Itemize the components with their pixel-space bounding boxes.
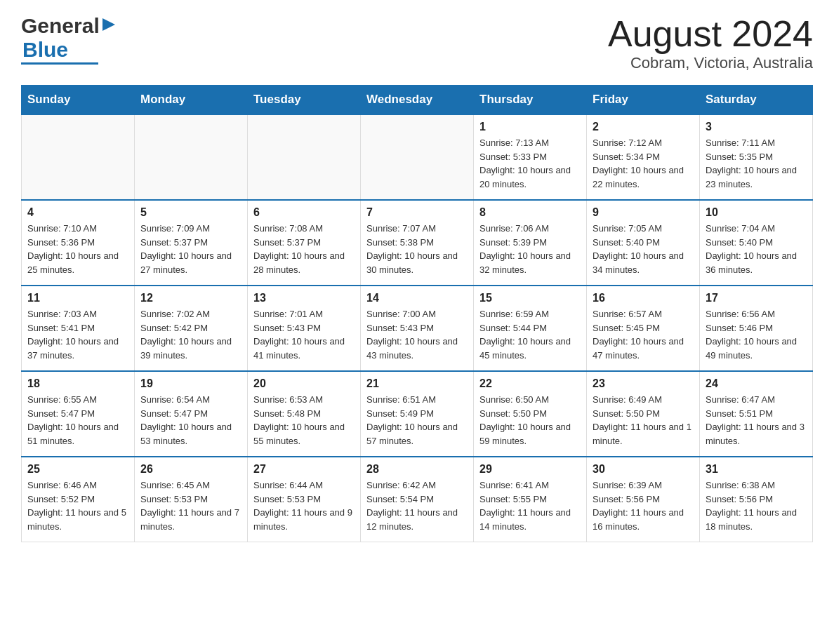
calendar-cell: 30Sunrise: 6:39 AM Sunset: 5:56 PM Dayli… <box>587 457 700 542</box>
day-info: Sunrise: 7:07 AM Sunset: 5:38 PM Dayligh… <box>366 222 468 276</box>
column-header-thursday: Thursday <box>474 86 587 115</box>
day-number: 8 <box>479 206 581 219</box>
day-info: Sunrise: 6:51 AM Sunset: 5:49 PM Dayligh… <box>366 393 468 448</box>
day-info: Sunrise: 6:53 AM Sunset: 5:48 PM Dayligh… <box>253 393 355 448</box>
day-number: 6 <box>253 206 355 219</box>
calendar-cell: 3Sunrise: 7:11 AM Sunset: 5:35 PM Daylig… <box>700 114 813 200</box>
calendar-body: 1Sunrise: 7:13 AM Sunset: 5:33 PM Daylig… <box>22 114 813 542</box>
day-number: 5 <box>140 206 241 219</box>
day-info: Sunrise: 7:03 AM Sunset: 5:41 PM Dayligh… <box>27 307 128 362</box>
calendar-cell: 21Sunrise: 6:51 AM Sunset: 5:49 PM Dayli… <box>361 371 474 457</box>
day-number: 4 <box>27 206 128 219</box>
calendar-cell: 12Sunrise: 7:02 AM Sunset: 5:42 PM Dayli… <box>135 286 248 371</box>
calendar-cell: 26Sunrise: 6:45 AM Sunset: 5:53 PM Dayli… <box>135 457 248 542</box>
day-number: 12 <box>140 292 241 304</box>
column-header-wednesday: Wednesday <box>361 86 474 115</box>
day-number: 15 <box>479 292 581 304</box>
calendar-cell <box>248 114 361 200</box>
logo-general-text: General <box>21 14 100 38</box>
day-info: Sunrise: 6:45 AM Sunset: 5:53 PM Dayligh… <box>140 478 241 533</box>
calendar-cell: 15Sunrise: 6:59 AM Sunset: 5:44 PM Dayli… <box>474 286 587 371</box>
column-header-friday: Friday <box>587 86 700 115</box>
day-number: 2 <box>593 121 694 133</box>
day-number: 20 <box>253 377 355 390</box>
calendar-cell: 9Sunrise: 7:05 AM Sunset: 5:40 PM Daylig… <box>587 200 700 286</box>
calendar-cell: 25Sunrise: 6:46 AM Sunset: 5:52 PM Dayli… <box>22 457 135 542</box>
calendar-cell <box>361 114 474 200</box>
calendar-cell: 8Sunrise: 7:06 AM Sunset: 5:39 PM Daylig… <box>474 200 587 286</box>
calendar-cell <box>135 114 248 200</box>
calendar-cell: 6Sunrise: 7:08 AM Sunset: 5:37 PM Daylig… <box>248 200 361 286</box>
day-number: 18 <box>27 377 128 390</box>
day-number: 23 <box>593 377 694 390</box>
day-info: Sunrise: 6:55 AM Sunset: 5:47 PM Dayligh… <box>27 393 128 448</box>
day-number: 28 <box>366 463 468 476</box>
day-number: 24 <box>706 377 807 390</box>
calendar-cell: 7Sunrise: 7:07 AM Sunset: 5:38 PM Daylig… <box>361 200 474 286</box>
day-number: 17 <box>706 292 807 304</box>
calendar-cell: 23Sunrise: 6:49 AM Sunset: 5:50 PM Dayli… <box>587 371 700 457</box>
day-number: 1 <box>479 121 581 133</box>
day-info: Sunrise: 7:01 AM Sunset: 5:43 PM Dayligh… <box>253 307 355 362</box>
day-number: 11 <box>27 292 128 304</box>
day-number: 27 <box>253 463 355 476</box>
column-header-monday: Monday <box>135 86 248 115</box>
day-number: 3 <box>706 121 807 133</box>
calendar-week-3: 11Sunrise: 7:03 AM Sunset: 5:41 PM Dayli… <box>22 286 813 371</box>
day-number: 30 <box>593 463 694 476</box>
calendar-cell: 5Sunrise: 7:09 AM Sunset: 5:37 PM Daylig… <box>135 200 248 286</box>
calendar-cell: 2Sunrise: 7:12 AM Sunset: 5:34 PM Daylig… <box>587 114 700 200</box>
calendar-week-1: 1Sunrise: 7:13 AM Sunset: 5:33 PM Daylig… <box>22 114 813 200</box>
column-header-sunday: Sunday <box>22 86 135 115</box>
day-number: 29 <box>479 463 581 476</box>
calendar-cell: 22Sunrise: 6:50 AM Sunset: 5:50 PM Dayli… <box>474 371 587 457</box>
calendar-cell: 20Sunrise: 6:53 AM Sunset: 5:48 PM Dayli… <box>248 371 361 457</box>
day-number: 7 <box>366 206 468 219</box>
calendar-week-5: 25Sunrise: 6:46 AM Sunset: 5:52 PM Dayli… <box>22 457 813 542</box>
day-info: Sunrise: 6:38 AM Sunset: 5:56 PM Dayligh… <box>706 478 807 533</box>
day-info: Sunrise: 7:12 AM Sunset: 5:34 PM Dayligh… <box>593 136 694 191</box>
day-info: Sunrise: 7:04 AM Sunset: 5:40 PM Dayligh… <box>706 222 807 276</box>
calendar-cell: 19Sunrise: 6:54 AM Sunset: 5:47 PM Dayli… <box>135 371 248 457</box>
calendar-cell <box>22 114 135 200</box>
day-info: Sunrise: 7:05 AM Sunset: 5:40 PM Dayligh… <box>593 222 694 276</box>
day-info: Sunrise: 7:00 AM Sunset: 5:43 PM Dayligh… <box>366 307 468 362</box>
day-info: Sunrise: 6:54 AM Sunset: 5:47 PM Dayligh… <box>140 393 241 448</box>
day-number: 14 <box>366 292 468 304</box>
column-header-saturday: Saturday <box>700 86 813 115</box>
day-info: Sunrise: 6:42 AM Sunset: 5:54 PM Dayligh… <box>366 478 468 533</box>
page-title: August 2024 <box>608 14 813 54</box>
day-info: Sunrise: 6:56 AM Sunset: 5:46 PM Dayligh… <box>706 307 807 362</box>
calendar-cell: 13Sunrise: 7:01 AM Sunset: 5:43 PM Dayli… <box>248 286 361 371</box>
day-number: 31 <box>706 463 807 476</box>
day-info: Sunrise: 7:06 AM Sunset: 5:39 PM Dayligh… <box>479 222 581 276</box>
logo-underline <box>21 62 98 65</box>
day-number: 25 <box>27 463 128 476</box>
calendar-header: SundayMondayTuesdayWednesdayThursdayFrid… <box>22 86 813 115</box>
calendar-cell: 16Sunrise: 6:57 AM Sunset: 5:45 PM Dayli… <box>587 286 700 371</box>
day-info: Sunrise: 6:59 AM Sunset: 5:44 PM Dayligh… <box>479 307 581 362</box>
page-header: General Blue August 2024 Cobram, Victori… <box>21 14 813 72</box>
calendar-cell: 28Sunrise: 6:42 AM Sunset: 5:54 PM Dayli… <box>361 457 474 542</box>
calendar-cell: 17Sunrise: 6:56 AM Sunset: 5:46 PM Dayli… <box>700 286 813 371</box>
day-number: 9 <box>593 206 694 219</box>
day-number: 19 <box>140 377 241 390</box>
day-info: Sunrise: 6:46 AM Sunset: 5:52 PM Dayligh… <box>27 478 128 533</box>
day-info: Sunrise: 6:44 AM Sunset: 5:53 PM Dayligh… <box>253 478 355 533</box>
day-info: Sunrise: 7:10 AM Sunset: 5:36 PM Dayligh… <box>27 222 128 276</box>
logo-flag-icon <box>101 17 117 35</box>
day-info: Sunrise: 7:11 AM Sunset: 5:35 PM Dayligh… <box>706 136 807 191</box>
day-info: Sunrise: 7:08 AM Sunset: 5:37 PM Dayligh… <box>253 222 355 276</box>
calendar-cell: 1Sunrise: 7:13 AM Sunset: 5:33 PM Daylig… <box>474 114 587 200</box>
calendar-week-2: 4Sunrise: 7:10 AM Sunset: 5:36 PM Daylig… <box>22 200 813 286</box>
calendar-cell: 4Sunrise: 7:10 AM Sunset: 5:36 PM Daylig… <box>22 200 135 286</box>
page-subtitle: Cobram, Victoria, Australia <box>608 54 813 72</box>
day-info: Sunrise: 6:47 AM Sunset: 5:51 PM Dayligh… <box>706 393 807 448</box>
day-info: Sunrise: 6:39 AM Sunset: 5:56 PM Dayligh… <box>593 478 694 533</box>
header-title-block: August 2024 Cobram, Victoria, Australia <box>608 14 813 72</box>
calendar-cell: 27Sunrise: 6:44 AM Sunset: 5:53 PM Dayli… <box>248 457 361 542</box>
calendar-cell: 11Sunrise: 7:03 AM Sunset: 5:41 PM Dayli… <box>22 286 135 371</box>
calendar-week-4: 18Sunrise: 6:55 AM Sunset: 5:47 PM Dayli… <box>22 371 813 457</box>
calendar-cell: 31Sunrise: 6:38 AM Sunset: 5:56 PM Dayli… <box>700 457 813 542</box>
calendar-cell: 14Sunrise: 7:00 AM Sunset: 5:43 PM Dayli… <box>361 286 474 371</box>
